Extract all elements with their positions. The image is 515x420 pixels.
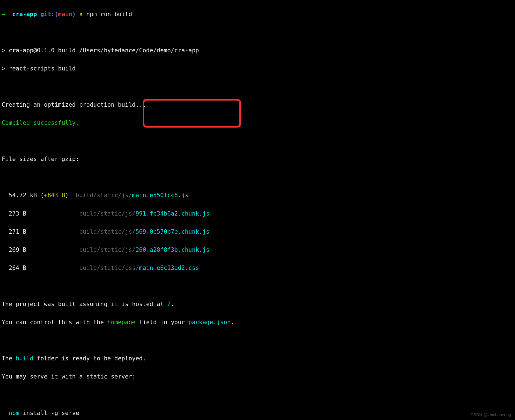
output-compiled: Compiled successfully. [2,118,513,128]
file-size: 271 B [9,228,26,235]
prompt-dir: cra-app [12,11,37,18]
file-path-prefix: build/static/js/ [79,210,135,217]
text: You can control this with the [2,319,107,326]
file-row: 273 B build/static/js/991.fc34b6a2.chunk… [2,209,513,218]
slash: / [167,301,171,307]
text: folder is ready to be deployed. [33,355,146,362]
file-size: 264 B [9,265,26,271]
file-path-prefix: build/static/css/ [79,265,139,271]
file-delta: +843 B [44,192,65,199]
output-line: > cra-app@0.1.0 build /Users/bytedance/C… [2,46,513,55]
output-line: > react-scripts build [2,64,513,73]
command-text: npm run build [86,11,132,18]
watermark: CSDN @zhichaosong [470,411,511,418]
npm-install-line: npm install -g serve [2,409,513,418]
blank-line [2,82,513,91]
blank-line [2,136,513,146]
file-row: 264 B build/static/css/main.e6c13ad2.css [2,263,513,273]
file-path-prefix: build/static/js/ [76,192,132,199]
blank-line [2,282,513,291]
output-creating: Creating an optimized production build..… [2,100,513,109]
prompt-arrow: → [2,11,5,18]
file-size: 54.72 kB [9,192,40,199]
paren-close: ) [65,192,69,199]
file-row: 54.72 kB (+843 B) build/static/js/main.e… [2,191,513,200]
file-name: 260.a28f8f3b.chunk.js [135,246,210,253]
file-name: main.e550fcc8.js [132,192,188,199]
git-branch: main [58,11,72,18]
file-size: 273 B [9,210,26,217]
file-sizes-header: File sizes after gzip: [2,155,513,164]
control-line: You can control this with the homepage f… [2,318,513,327]
blank-line [2,390,513,400]
homepage-word: homepage [107,319,135,326]
build-word: build [16,355,33,362]
file-row: 269 B build/static/js/260.a28f8f3b.chunk… [2,245,513,255]
blank-line [2,173,513,182]
file-name: main.e6c13ad2.css [139,265,199,271]
text: . [231,319,234,326]
text: . [171,301,174,307]
text: The project was built assuming it is hos… [2,301,167,307]
git-dirty-icon: ✗ [79,11,83,18]
ready-line: The build folder is ready to be deployed… [2,354,513,363]
serve-hint: You may serve it with a static server: [2,372,513,381]
file-path-prefix: build/static/js/ [79,228,135,235]
hosted-line: The project was built assuming it is hos… [2,300,513,309]
paren-open: ( [40,192,44,199]
file-size: 269 B [9,246,26,253]
blank-line [2,28,513,37]
git-label: git:( [40,11,58,18]
text: field in your [135,319,188,326]
file-path-prefix: build/static/js/ [79,246,135,253]
git-close: ) [72,11,76,18]
text: The [2,355,16,362]
file-name: 569.0b570b7e.chunk.js [135,228,210,235]
file-row: 271 B build/static/js/569.0b570b7e.chunk… [2,227,513,236]
terminal-output[interactable]: → cra-app git:(main) ✗ npm run build > c… [2,1,513,420]
blank-line [2,336,513,345]
npm-word: npm [9,410,19,416]
file-name: 991.fc34b6a2.chunk.js [135,210,210,217]
text: install -g serve [19,410,79,416]
packagejson-word: package.json [188,319,231,326]
prompt-line-1: → cra-app git:(main) ✗ npm run build [2,10,513,19]
